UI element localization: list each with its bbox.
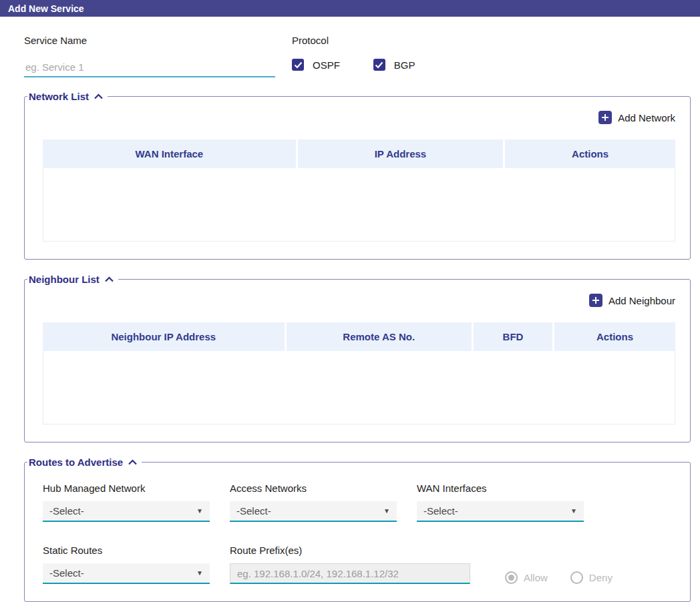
- routes-row-2: Static Routes -Select- ▼ Route Prefix(es…: [43, 545, 675, 584]
- plus-icon: [598, 111, 612, 124]
- radio-unselected-icon[interactable]: [570, 571, 583, 584]
- routes-row-1: Hub Managed Network -Select- ▼ Access Ne…: [43, 483, 675, 522]
- hub-managed-network-field: Hub Managed Network -Select- ▼: [43, 483, 210, 522]
- route-policy-radios: Allow Deny: [505, 571, 612, 584]
- chevron-up-icon[interactable]: [128, 459, 138, 465]
- routes-legend[interactable]: Routes to Advertise: [27, 457, 142, 468]
- plus-icon: [589, 294, 602, 307]
- static-routes-field: Static Routes -Select- ▼: [43, 545, 210, 584]
- column-header-bfd: BFD: [474, 322, 554, 351]
- column-header-wan-interface: WAN Interface: [43, 139, 298, 168]
- radio-selected-icon[interactable]: [505, 571, 518, 584]
- protocol-label: Protocol: [292, 35, 415, 46]
- selected-value: -Select-: [423, 505, 458, 517]
- network-list-legend-label: Network List: [29, 91, 89, 102]
- page-title: Add New Service: [8, 3, 84, 14]
- neighbour-toolbar: Add Neighbour: [43, 294, 675, 307]
- add-network-button-label: Add Network: [618, 112, 675, 123]
- network-table-header: WAN Interface IP Address Actions: [43, 139, 675, 168]
- route-prefixes-label: Route Prefix(es): [230, 545, 470, 556]
- service-name-input[interactable]: [24, 60, 275, 77]
- checkbox-checked-icon[interactable]: [292, 59, 304, 71]
- neighbour-list-legend[interactable]: Neighbour List: [27, 274, 118, 285]
- add-network-button[interactable]: Add Network: [598, 111, 675, 124]
- neighbour-table-header: Neighbour IP Address Remote AS No. BFD A…: [43, 322, 675, 351]
- static-routes-label: Static Routes: [43, 545, 210, 556]
- column-header-ip-address: IP Address: [298, 139, 506, 168]
- wan-interfaces-label: WAN Interfaces: [417, 483, 584, 494]
- routes-to-advertise-section: Routes to Advertise Hub Managed Network …: [24, 457, 691, 602]
- dialog-body: Service Name Protocol OSPF BGP: [0, 17, 700, 602]
- hub-managed-network-select[interactable]: -Select- ▼: [43, 501, 210, 522]
- allow-radio[interactable]: Allow: [505, 571, 548, 584]
- dropdown-arrow-icon: ▼: [196, 569, 203, 577]
- access-networks-select[interactable]: -Select- ▼: [230, 501, 397, 522]
- access-networks-label: Access Networks: [230, 483, 397, 494]
- wan-interfaces-select[interactable]: -Select- ▼: [417, 501, 584, 522]
- neighbour-list-section: Neighbour List Add Neighbour Neighbour I…: [24, 274, 691, 442]
- network-toolbar: Add Network: [43, 111, 675, 124]
- protocol-options: OSPF BGP: [292, 59, 415, 71]
- deny-radio[interactable]: Deny: [570, 571, 612, 584]
- hub-managed-network-label: Hub Managed Network: [43, 483, 210, 494]
- ospf-checkbox-label: OSPF: [313, 59, 340, 71]
- dropdown-arrow-icon: ▼: [570, 507, 577, 515]
- column-header-neighbour-ip-address: Neighbour IP Address: [43, 322, 287, 351]
- access-networks-field: Access Networks -Select- ▼: [230, 483, 397, 522]
- selected-value: -Select-: [236, 505, 271, 517]
- dropdown-arrow-icon: ▼: [383, 507, 390, 515]
- dialog-title-bar: Add New Service: [0, 0, 700, 17]
- neighbour-table: Neighbour IP Address Remote AS No. BFD A…: [43, 322, 675, 424]
- route-prefixes-input[interactable]: [230, 563, 470, 584]
- service-protocol-row: Service Name Protocol OSPF BGP: [24, 35, 691, 77]
- bgp-checkbox-label: BGP: [394, 59, 415, 71]
- checkbox-checked-icon[interactable]: [373, 59, 385, 71]
- service-name-label: Service Name: [24, 35, 292, 46]
- route-prefixes-field: Route Prefix(es): [230, 545, 470, 584]
- add-neighbour-button[interactable]: Add Neighbour: [589, 294, 675, 307]
- add-neighbour-button-label: Add Neighbour: [608, 295, 675, 306]
- ospf-checkbox[interactable]: OSPF: [292, 59, 340, 71]
- protocol-field: Protocol OSPF BGP: [292, 35, 415, 77]
- chevron-up-icon[interactable]: [104, 276, 114, 282]
- chevron-up-icon[interactable]: [94, 93, 104, 99]
- dropdown-arrow-icon: ▼: [196, 507, 203, 515]
- deny-radio-label: Deny: [589, 572, 612, 583]
- bgp-checkbox[interactable]: BGP: [373, 59, 415, 71]
- column-header-actions: Actions: [554, 322, 675, 351]
- network-table: WAN Interface IP Address Actions: [43, 139, 675, 242]
- allow-radio-label: Allow: [524, 572, 548, 583]
- column-header-remote-as-no: Remote AS No.: [287, 322, 474, 351]
- wan-interfaces-field: WAN Interfaces -Select- ▼: [417, 483, 584, 522]
- column-header-actions: Actions: [505, 139, 675, 168]
- selected-value: -Select-: [49, 567, 84, 579]
- network-list-section: Network List Add Network WAN Interface I…: [24, 91, 691, 260]
- neighbour-table-body-empty: [43, 351, 675, 424]
- service-name-field: Service Name: [24, 35, 292, 77]
- selected-value: -Select-: [49, 505, 84, 517]
- network-list-legend[interactable]: Network List: [27, 91, 108, 102]
- static-routes-select[interactable]: -Select- ▼: [43, 563, 210, 584]
- network-table-body-empty: [43, 168, 675, 242]
- routes-legend-label: Routes to Advertise: [29, 457, 123, 468]
- neighbour-list-legend-label: Neighbour List: [29, 274, 100, 285]
